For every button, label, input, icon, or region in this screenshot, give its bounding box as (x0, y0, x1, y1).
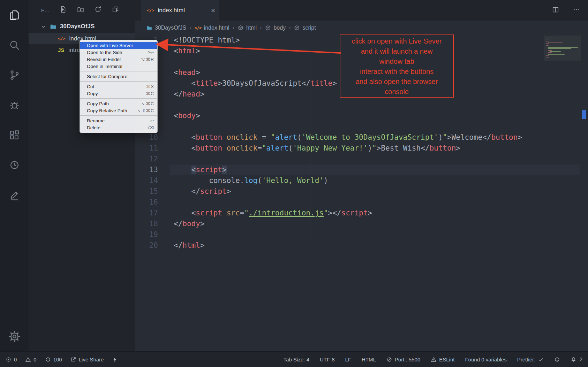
menu-item-rename[interactable]: Rename↩ (80, 117, 157, 124)
code-line-13[interactable]: <script> (174, 165, 522, 175)
info-count[interactable]: 100 (45, 357, 62, 362)
breadcrumb-item-html[interactable]: html (238, 25, 257, 31)
share-icon (70, 357, 76, 362)
line-number: 20 (135, 240, 158, 251)
language-indicator[interactable]: HTML (362, 357, 376, 362)
new-file-icon[interactable] (59, 6, 67, 15)
tab-close-icon[interactable]: × (211, 7, 215, 14)
problems-warnings[interactable]: 0 (25, 357, 36, 362)
menu-item-delete[interactable]: Delete⌫ (80, 124, 157, 131)
html-file-icon: </> (147, 8, 154, 13)
minimap-line (548, 50, 552, 51)
tab-size-indicator[interactable]: Tab Size: 4 (284, 357, 309, 362)
line-number: 16 (135, 197, 158, 208)
tree-folder-30daysofjs[interactable]: 30DaysOfJS (29, 20, 135, 33)
split-editor-icon[interactable] (552, 6, 559, 15)
breadcrumb-item-body[interactable]: body (265, 25, 286, 31)
tab-label: index.html (158, 7, 184, 14)
explorer-header: E... (29, 0, 135, 20)
prettier-indicator[interactable]: Prettier: (517, 357, 544, 362)
menu-item-open-in-terminal[interactable]: Open in Terminal (80, 63, 157, 70)
collapse-folders-icon[interactable] (112, 6, 119, 15)
tab-index-html[interactable]: </> index.html × (141, 0, 219, 21)
minimap[interactable] (546, 38, 578, 59)
folder-label: 30DaysOfJS (60, 23, 95, 30)
lightning-button[interactable] (112, 357, 118, 362)
line-number: 12 (135, 154, 158, 165)
minimap-line (546, 43, 549, 44)
code-line-16[interactable] (174, 197, 522, 208)
new-folder-icon[interactable] (77, 6, 84, 15)
source-control-icon[interactable] (0, 60, 29, 90)
refresh-icon[interactable] (94, 6, 102, 15)
problems-errors[interactable]: 0 (6, 357, 17, 362)
breadcrumb-item-script[interactable]: script (294, 25, 316, 31)
eol-indicator[interactable]: LF (345, 357, 351, 362)
menu-item-cut[interactable]: Cut⌘X (80, 83, 157, 90)
notifications-bell[interactable]: 2 (571, 357, 582, 362)
explorer-title: E... (41, 7, 50, 13)
minimap-line (546, 55, 549, 56)
breadcrumb-item-folder[interactable]: 30DaysOfJS (146, 25, 186, 31)
code-line-10[interactable]: <button onclick = "alert('Welcome to 30D… (174, 132, 522, 143)
minimap-line (548, 47, 578, 48)
overview-ruler-marker (582, 110, 586, 119)
settings-gear-icon[interactable] (0, 321, 29, 351)
minimap-line (550, 51, 561, 52)
search-icon[interactable] (0, 30, 29, 60)
live-server-port[interactable]: Port : 5500 (386, 357, 420, 362)
code-line-8[interactable]: <body> (174, 110, 522, 121)
info-icon (45, 357, 51, 362)
html-file-icon: </> (58, 36, 65, 41)
menu-item-select-for-compare[interactable]: Select for Compare (80, 73, 157, 80)
breadcrumb-separator: › (260, 25, 262, 31)
menu-separator (80, 115, 157, 116)
code-line-11[interactable]: <button onclick="alert('Happy New Year!'… (174, 143, 522, 154)
vscode-window: E... 30DaysOfJS </> index.html JS introd… (0, 0, 588, 367)
variables-indicator[interactable]: Found 0 variables (465, 357, 506, 362)
menu-item-open-with-live-server[interactable]: Open with Live Server (80, 42, 157, 49)
breadcrumb-item-file[interactable]: </> index.html (194, 25, 229, 31)
minimap-line (546, 38, 552, 38)
menu-item-reveal-in-finder[interactable]: Reveal in Finder⌥⌘R (80, 56, 157, 63)
encoding-indicator[interactable]: UTF-8 (320, 357, 335, 362)
code-line-9[interactable] (174, 121, 522, 132)
code-line-15[interactable]: </script> (174, 186, 522, 197)
menu-item-copy[interactable]: Copy⌘C (80, 90, 157, 97)
annotation-box: click on open with Live Severand it will… (340, 35, 454, 98)
eslint-indicator[interactable]: ESLint (431, 357, 454, 362)
code-line-20[interactable]: </html> (174, 240, 522, 251)
code-line-7[interactable] (174, 100, 522, 110)
symbol-cube-icon (238, 25, 244, 31)
menu-item-open-to-the-side[interactable]: Open to the Side^↩ (80, 49, 157, 56)
minimap-line (548, 54, 565, 55)
more-actions-icon[interactable] (573, 6, 580, 15)
code-line-12[interactable] (174, 154, 522, 165)
menu-item-copy-relative-path[interactable]: Copy Relative Path⌥⇧⌘C (80, 107, 157, 114)
minimap-line (546, 39, 549, 39)
check-icon (538, 357, 544, 362)
feedback-smiley-button[interactable] (554, 357, 560, 362)
line-number: 17 (135, 208, 158, 219)
symbol-cube-icon (294, 25, 300, 31)
live-share-button[interactable]: Live Share (70, 357, 104, 362)
feedback-icon[interactable] (0, 180, 29, 210)
minimap-line (548, 48, 571, 49)
symbol-cube-icon (265, 25, 271, 31)
run-debug-icon[interactable] (0, 90, 29, 120)
error-icon (6, 357, 12, 362)
menu-item-copy-path[interactable]: Copy Path⌥⌘C (80, 100, 157, 107)
minimap-line (546, 45, 549, 46)
code-line-18[interactable]: </body> (174, 219, 522, 229)
menu-separator (80, 98, 157, 99)
js-file-icon: JS (58, 47, 64, 53)
extensions-icon[interactable] (0, 120, 29, 150)
code-line-14[interactable]: console.log('Hello, World') (174, 175, 522, 186)
code-line-19[interactable] (174, 229, 522, 240)
history-icon[interactable] (0, 150, 29, 180)
breadcrumb-separator: › (189, 25, 191, 31)
code-line-17[interactable]: <script src="./introduction.js"></script… (174, 208, 522, 219)
explorer-icon[interactable] (0, 0, 29, 30)
line-number: 10 (135, 132, 158, 143)
html-file-icon: </> (194, 25, 201, 30)
